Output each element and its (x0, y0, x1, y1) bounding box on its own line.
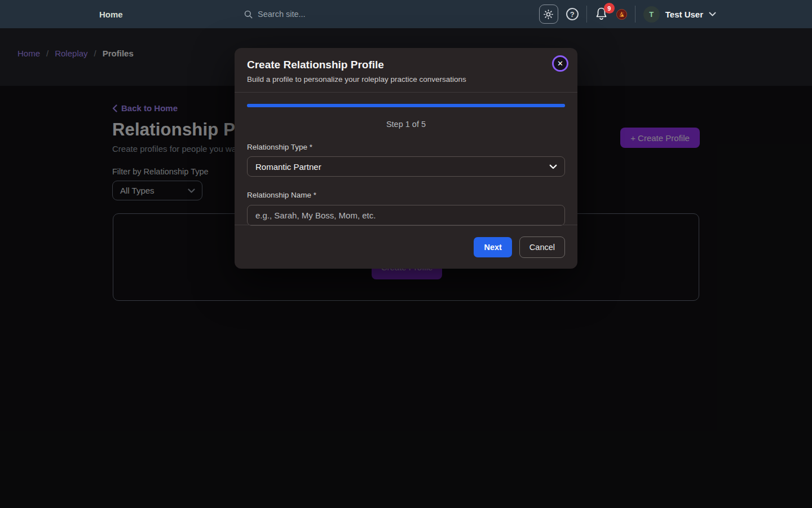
user-menu[interactable]: T Test User (643, 6, 716, 23)
close-icon[interactable]: ✕ (552, 55, 568, 72)
modal-footer: Next Cancel (235, 225, 577, 269)
search-input[interactable] (258, 10, 359, 19)
modal-title: Create Relationship Profile (247, 59, 565, 71)
orange-status-icon[interactable] (616, 9, 627, 20)
chevron-down-icon (709, 12, 716, 16)
top-nav: Home (0, 0, 812, 28)
nav-divider (635, 6, 636, 23)
user-avatar: T (643, 6, 660, 23)
search-icon (244, 10, 253, 19)
cancel-button[interactable]: Cancel (519, 237, 565, 258)
modal-subtitle: Build a profile to personalize your role… (247, 75, 565, 84)
nav-right-cluster: ? 9 T Test User (539, 0, 716, 28)
user-name: Test User (665, 10, 703, 19)
modal-header: Create Relationship Profile Build a prof… (235, 48, 577, 93)
sun-icon (544, 10, 553, 19)
relationship-type-select[interactable]: Romantic Partner (247, 156, 565, 177)
create-relationship-profile-modal: Create Relationship Profile Build a prof… (235, 48, 577, 269)
notification-count-badge: 9 (604, 3, 615, 14)
modal-body: Step 1 of 5 Relationship Type * Romantic… (235, 93, 577, 226)
wizard-step-text: Step 1 of 5 (247, 120, 565, 129)
nav-divider (586, 6, 587, 23)
nav-home-link[interactable]: Home (99, 0, 123, 28)
next-button[interactable]: Next (474, 237, 511, 257)
relationship-name-input[interactable] (247, 205, 565, 226)
relationship-type-label: Relationship Type * (247, 143, 565, 151)
site-search (244, 0, 359, 28)
relationship-type-value: Romantic Partner (255, 162, 321, 172)
app-root: Home / Roleplay / Profiles Back to Home … (0, 0, 812, 508)
theme-toggle-button[interactable] (539, 5, 558, 24)
wizard-progress-bar (247, 104, 565, 107)
relationship-name-label: Relationship Name * (247, 191, 565, 199)
help-icon[interactable]: ? (566, 8, 579, 20)
chevron-down-icon (549, 164, 557, 169)
notifications-button[interactable]: 9 (595, 7, 608, 21)
wizard-progress-fill (247, 104, 565, 107)
